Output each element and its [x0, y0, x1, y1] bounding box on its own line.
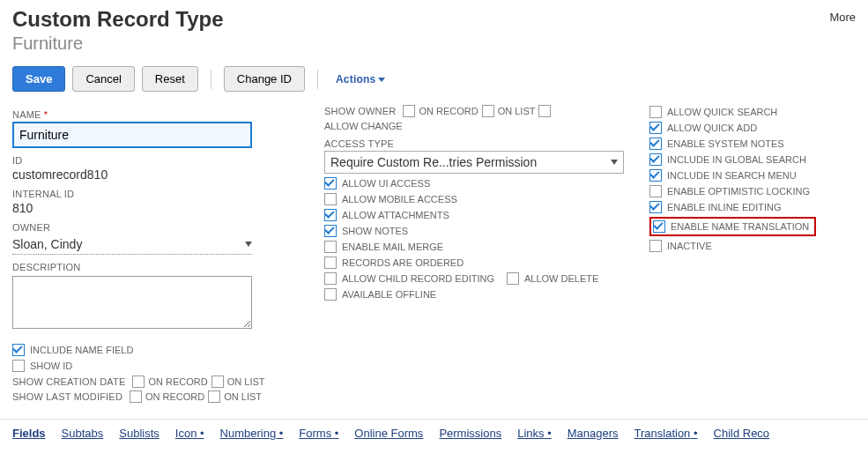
owner-allowchange-checkbox[interactable]	[538, 105, 551, 117]
chevron-down-icon	[611, 160, 618, 165]
more-link[interactable]: More	[829, 11, 856, 24]
enable-optimistic-locking-checkbox[interactable]	[649, 185, 662, 197]
allow-mobile-access-checkbox[interactable]	[324, 193, 337, 205]
tab-translation[interactable]: Translation	[634, 427, 698, 440]
show-owner-label: SHOW OWNER	[324, 106, 396, 116]
modified-onlist-checkbox[interactable]	[208, 390, 220, 403]
allow-delete-checkbox[interactable]	[507, 272, 519, 285]
owner-select[interactable]: Sloan, Cindy	[12, 234, 252, 255]
tab-links[interactable]: Links	[517, 427, 552, 440]
internal-id-label: INTERNAL ID	[12, 189, 303, 199]
access-type-label: ACCESS TYPE	[324, 138, 628, 149]
divider	[211, 70, 211, 89]
modified-onrecord-checkbox[interactable]	[130, 390, 142, 403]
tab-bar: Fields Subtabs Sublists Icon Numbering F…	[0, 419, 868, 447]
allow-attachments-checkbox[interactable]	[324, 209, 337, 221]
tab-fields[interactable]: Fields	[12, 427, 46, 440]
show-id-label: SHOW ID	[30, 361, 72, 371]
allow-quick-add-checkbox[interactable]	[649, 122, 662, 134]
show-creation-date-label: SHOW CREATION DATE	[12, 376, 125, 387]
owner-onrecord-checkbox[interactable]	[403, 105, 415, 117]
tab-sublists[interactable]: Sublists	[119, 427, 160, 440]
divider	[317, 70, 318, 89]
internal-id-value: 810	[12, 201, 303, 215]
name-label: NAME *	[12, 109, 303, 120]
access-type-select[interactable]: Require Custom Re...tries Permission	[324, 151, 624, 174]
tab-numbering[interactable]: Numbering	[220, 427, 284, 440]
records-are-ordered-checkbox[interactable]	[324, 257, 337, 269]
enable-inline-editing-checkbox[interactable]	[649, 201, 662, 213]
save-button[interactable]: Save	[12, 66, 65, 92]
enable-mail-merge-checkbox[interactable]	[324, 241, 337, 253]
allow-quick-search-checkbox[interactable]	[649, 106, 662, 118]
include-in-search-menu-checkbox[interactable]	[649, 169, 662, 182]
owner-onlist-checkbox[interactable]	[482, 105, 494, 117]
creation-onlist-checkbox[interactable]	[211, 376, 224, 388]
chevron-down-icon	[378, 78, 385, 82]
id-label: ID	[12, 155, 303, 166]
description-textarea[interactable]	[12, 276, 252, 329]
tab-managers[interactable]: Managers	[568, 427, 619, 440]
actions-menu[interactable]: Actions	[330, 73, 385, 86]
show-id-checkbox[interactable]	[12, 360, 25, 372]
tab-icon[interactable]: Icon	[175, 427, 204, 440]
change-id-button[interactable]: Change ID	[224, 66, 305, 92]
tab-forms[interactable]: Forms	[299, 427, 338, 440]
show-notes-checkbox[interactable]	[324, 225, 337, 237]
reset-button[interactable]: Reset	[142, 66, 198, 92]
include-name-field-checkbox[interactable]	[12, 344, 25, 356]
cancel-button[interactable]: Cancel	[72, 66, 134, 92]
allow-child-record-editing-checkbox[interactable]	[324, 272, 337, 285]
page-title: Custom Record Type	[12, 7, 224, 32]
inactive-checkbox[interactable]	[649, 240, 662, 252]
enable-system-notes-checkbox[interactable]	[649, 138, 662, 150]
owner-label: OWNER	[12, 222, 303, 233]
enable-name-translation-checkbox[interactable]	[653, 220, 665, 233]
tab-subtabs[interactable]: Subtabs	[62, 427, 104, 440]
show-last-modified-label: SHOW LAST MODIFIED	[12, 391, 122, 402]
tab-permissions[interactable]: Permissions	[439, 427, 501, 440]
name-input[interactable]	[12, 122, 252, 148]
creation-onrecord-checkbox[interactable]	[132, 376, 145, 388]
description-label: DESCRIPTION	[12, 262, 303, 272]
enable-name-translation-highlight: ENABLE NAME TRANSLATION	[649, 217, 816, 236]
include-in-global-search-checkbox[interactable]	[649, 153, 662, 166]
id-value: customrecord810	[12, 167, 303, 182]
include-name-field-label: INCLUDE NAME FIELD	[30, 345, 133, 355]
available-offline-checkbox[interactable]	[324, 288, 337, 301]
chevron-down-icon	[245, 242, 252, 247]
tab-child-records[interactable]: Child Reco	[714, 427, 770, 440]
allow-ui-access-checkbox[interactable]	[324, 177, 337, 190]
tab-online-forms[interactable]: Online Forms	[354, 427, 423, 440]
page-subtitle: Furniture	[12, 33, 224, 54]
